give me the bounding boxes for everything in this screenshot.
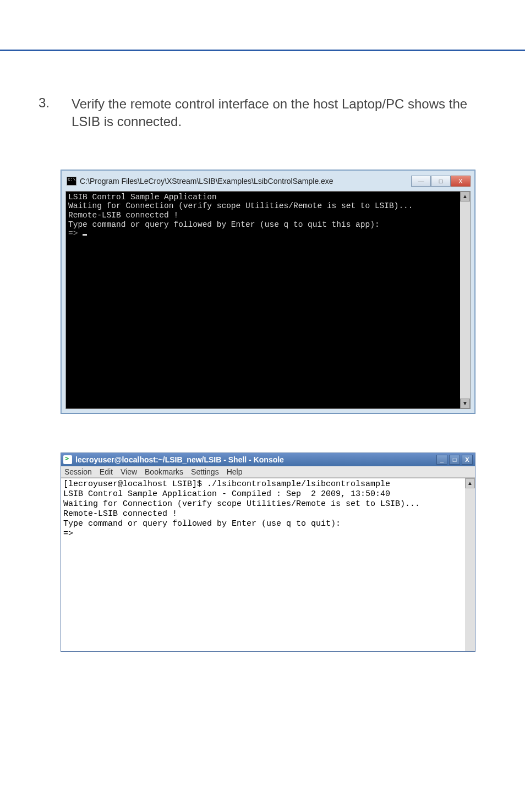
maximize-button[interactable]: □ — [431, 176, 451, 187]
close-button[interactable]: X — [462, 455, 473, 465]
cmd-titlebar: C:\Program Files\LeCroy\XStream\LSIB\Exa… — [65, 175, 471, 191]
cursor-icon — [83, 234, 87, 236]
scroll-track[interactable] — [465, 488, 475, 651]
maximize-button[interactable]: □ — [449, 455, 460, 465]
konsole-icon — [63, 455, 72, 464]
cmd-title: C:\Program Files\LeCroy\XStream\LSIB\Exa… — [80, 177, 411, 186]
screenshot-windows-cmd: C:\Program Files\LeCroy\XStream\LSIB\Exa… — [61, 170, 475, 414]
menu-view[interactable]: View — [121, 467, 137, 476]
minimize-button[interactable]: _ — [436, 455, 447, 465]
konsole-titlebar: lecroyuser@localhost:~/LSIB_new/LSIB - S… — [61, 453, 475, 466]
scroll-track[interactable] — [460, 201, 470, 399]
instruction-step: 3. Verify the remote control interface o… — [39, 95, 486, 131]
cmd-icon — [67, 177, 76, 186]
konsole-title: lecroyuser@localhost:~/LSIB_new/LSIB - S… — [75, 455, 436, 464]
cmd-terminal-output[interactable]: LSIB Control Sample Application Waiting … — [66, 192, 460, 408]
scroll-up-icon[interactable]: ▲ — [460, 192, 470, 201]
menu-edit[interactable]: Edit — [100, 467, 113, 476]
menu-session[interactable]: Session — [64, 467, 92, 476]
konsole-terminal-output[interactable]: [lecroyuser@localhost LSIB]$ ./lsibcontr… — [61, 478, 465, 651]
step-number: 3. — [39, 95, 72, 131]
menu-bookmarks[interactable]: Bookmarks — [145, 467, 183, 476]
close-button[interactable]: X — [451, 176, 471, 187]
cmd-scrollbar[interactable]: ▲ ▼ — [460, 192, 470, 408]
menu-settings[interactable]: Settings — [191, 467, 219, 476]
screenshot-kde-konsole: lecroyuser@localhost:~/LSIB_new/LSIB - S… — [61, 453, 475, 652]
scroll-up-icon[interactable]: ▲ — [465, 478, 475, 488]
menu-help[interactable]: Help — [227, 467, 243, 476]
konsole-menubar: Session Edit View Bookmarks Settings Hel… — [61, 466, 475, 478]
minimize-button[interactable]: — — [411, 176, 431, 187]
scroll-down-icon[interactable]: ▼ — [460, 399, 470, 408]
header-divider — [0, 50, 525, 51]
step-text: Verify the remote control interface on t… — [72, 95, 486, 131]
konsole-scrollbar[interactable]: ▲ — [465, 478, 475, 651]
